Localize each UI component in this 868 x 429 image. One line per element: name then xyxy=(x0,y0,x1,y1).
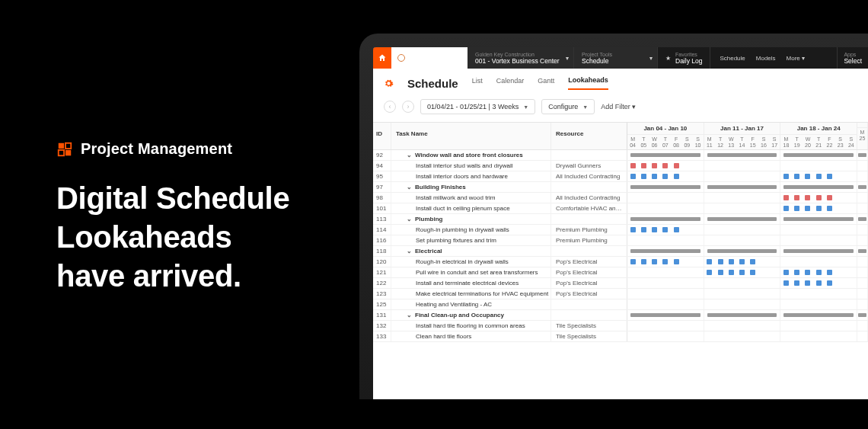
company-logo[interactable] xyxy=(391,47,468,69)
task-group-row[interactable]: 97⌄Building Finishes xyxy=(373,182,868,193)
task-row[interactable]: 120Rough-in electrical in drywall wallsP… xyxy=(373,257,868,267)
work-block[interactable] xyxy=(816,270,822,275)
work-block[interactable] xyxy=(827,280,832,286)
work-block[interactable] xyxy=(630,259,636,264)
task-row[interactable]: 123Make electrical terminations for HVAC… xyxy=(373,289,868,299)
task-row[interactable]: 98Install millwork and wood trimAll Incl… xyxy=(373,193,868,203)
work-block[interactable] xyxy=(707,259,712,264)
tab-list[interactable]: List xyxy=(472,77,483,89)
work-block[interactable] xyxy=(750,270,755,275)
task-group-row[interactable]: 92⌄Window wall and store front closures xyxy=(373,150,868,161)
work-block[interactable] xyxy=(630,163,636,168)
work-block[interactable] xyxy=(827,174,832,179)
work-block[interactable] xyxy=(729,270,734,275)
work-block[interactable] xyxy=(783,206,789,211)
nav-schedule[interactable]: Schedule xyxy=(720,55,745,62)
work-block[interactable] xyxy=(674,259,679,264)
work-block[interactable] xyxy=(794,174,799,179)
work-block[interactable] xyxy=(739,259,745,264)
task-group-row[interactable]: 113⌄Plumbing xyxy=(373,214,868,225)
work-block[interactable] xyxy=(641,259,646,264)
work-block[interactable] xyxy=(750,259,755,264)
work-block[interactable] xyxy=(827,270,832,275)
work-block[interactable] xyxy=(662,227,668,232)
work-block[interactable] xyxy=(718,270,723,275)
work-block[interactable] xyxy=(652,259,657,264)
nav-more[interactable]: More ▾ xyxy=(787,55,805,62)
task-row[interactable]: 132Install hard tile flooring in common … xyxy=(373,321,868,331)
work-block[interactable] xyxy=(641,174,646,179)
tab-calendar[interactable]: Calendar xyxy=(496,77,525,89)
collapse-icon[interactable]: ⌄ xyxy=(407,152,412,158)
work-block[interactable] xyxy=(674,174,679,179)
work-block[interactable] xyxy=(794,280,799,286)
favorites[interactable]: ★ Favorites Daily Log xyxy=(658,47,710,69)
work-block[interactable] xyxy=(652,163,657,168)
work-block[interactable] xyxy=(794,270,799,275)
task-row[interactable]: 116Set plumbing fixtures and trimPremium… xyxy=(373,235,868,246)
project-selector[interactable]: Golden Key Construction 001 - Vortex Bus… xyxy=(468,47,574,69)
collapse-icon[interactable]: ⌄ xyxy=(407,216,412,223)
work-block[interactable] xyxy=(783,280,789,286)
work-block[interactable] xyxy=(729,259,734,264)
work-block[interactable] xyxy=(816,280,822,286)
work-block[interactable] xyxy=(674,227,679,232)
work-block[interactable] xyxy=(630,174,636,179)
work-block[interactable] xyxy=(630,227,636,232)
work-block[interactable] xyxy=(794,206,799,211)
collapse-icon[interactable]: ⌄ xyxy=(407,184,412,190)
apps-selector[interactable]: Apps Select xyxy=(837,47,868,69)
work-block[interactable] xyxy=(805,280,810,286)
work-block[interactable] xyxy=(783,174,789,179)
work-block[interactable] xyxy=(652,174,657,179)
task-row[interactable]: 121Pull wire in conduit and set area tra… xyxy=(373,267,868,278)
work-block[interactable] xyxy=(674,163,679,168)
work-block[interactable] xyxy=(805,206,810,211)
work-block[interactable] xyxy=(805,174,810,179)
nav-models[interactable]: Models xyxy=(756,55,776,62)
task-group-row[interactable]: 131⌄Final Clean-up and Occupancy xyxy=(373,310,868,321)
prev-button[interactable]: ‹ xyxy=(384,101,396,113)
work-block[interactable] xyxy=(816,206,822,211)
task-row[interactable]: 122Install and terminate electrical devi… xyxy=(373,278,868,289)
collapse-icon[interactable]: ⌄ xyxy=(407,248,412,255)
work-block[interactable] xyxy=(739,270,745,275)
work-block[interactable] xyxy=(662,163,668,168)
task-row[interactable]: 125Heating and Ventilating - AC xyxy=(373,299,868,310)
configure-button[interactable]: Configure ▼ xyxy=(541,99,595,114)
work-block[interactable] xyxy=(816,174,822,179)
tab-lookaheads[interactable]: Lookaheads xyxy=(568,76,608,90)
task-row[interactable]: 114Rough-in plumbing in drywall wallsPre… xyxy=(373,225,868,235)
work-block[interactable] xyxy=(652,227,657,232)
gear-icon[interactable] xyxy=(384,78,394,88)
task-group-row[interactable]: 118⌄Electrical xyxy=(373,246,868,257)
configure-label: Configure xyxy=(548,103,578,110)
work-block[interactable] xyxy=(827,206,832,211)
tool-selector[interactable]: Project Tools Schedule ▾ xyxy=(574,47,658,69)
work-block[interactable] xyxy=(641,227,646,232)
work-block[interactable] xyxy=(783,195,789,200)
work-block[interactable] xyxy=(805,270,810,275)
work-block[interactable] xyxy=(641,163,646,168)
work-block[interactable] xyxy=(805,195,810,200)
tab-gantt[interactable]: Gantt xyxy=(538,77,554,89)
task-row[interactable]: 101Install duct in ceiling plenum spaceC… xyxy=(373,203,868,214)
next-button[interactable]: › xyxy=(402,101,414,113)
work-block[interactable] xyxy=(707,270,712,275)
work-block[interactable] xyxy=(662,174,668,179)
work-block[interactable] xyxy=(718,259,723,264)
work-block[interactable] xyxy=(794,195,799,200)
task-row[interactable]: 133Clean hard tile floorsTile Specialist… xyxy=(373,331,868,342)
row-gantt xyxy=(627,214,868,224)
tools-label: Project Tools xyxy=(582,52,649,57)
work-block[interactable] xyxy=(662,259,668,264)
task-row[interactable]: 95Install interior doors and hardwareAll… xyxy=(373,171,868,182)
work-block[interactable] xyxy=(816,195,822,200)
home-button[interactable] xyxy=(373,47,391,69)
task-row[interactable]: 94Install interior stud walls and drywal… xyxy=(373,161,868,171)
add-filter-button[interactable]: Add Filter ▾ xyxy=(601,103,636,110)
collapse-icon[interactable]: ⌄ xyxy=(407,312,412,319)
work-block[interactable] xyxy=(783,270,789,275)
date-range-selector[interactable]: 01/04/21 - 01/25/21 | 3 Weeks ▼ xyxy=(420,99,535,114)
work-block[interactable] xyxy=(827,195,832,200)
